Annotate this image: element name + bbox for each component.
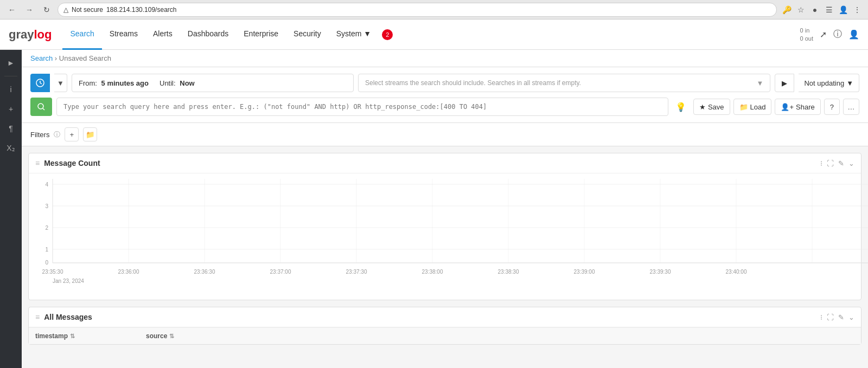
header-right: 0 in 0 out ➚ ⓘ 👤 <box>800 27 859 42</box>
forward-button[interactable]: → <box>23 3 36 16</box>
messages-fullscreen-icon[interactable]: ⛶ <box>827 313 834 321</box>
address-bar[interactable]: △ Not secure 188.214.130.109/search <box>58 3 777 17</box>
svg-text:23:36:00: 23:36:00 <box>118 269 139 275</box>
streams-select[interactable]: Select streams the search should include… <box>358 74 770 92</box>
collapse-chart-icon[interactable]: ⌄ <box>848 159 854 167</box>
sidebar-subscript-button[interactable]: X₂ <box>2 139 20 157</box>
svg-text:4: 4 <box>45 182 48 188</box>
extension-icon[interactable]: ● <box>809 4 820 15</box>
tab-icon[interactable]: ☰ <box>824 4 834 15</box>
menu-icon[interactable]: ⋮ <box>852 4 863 15</box>
main-nav: Search Streams Alerts Dashboards Enterpr… <box>62 20 800 50</box>
search-toolbar: ▼ From: 5 minutes ago Until: Now Select … <box>22 67 868 123</box>
breadcrumb-search-link[interactable]: Search <box>30 54 53 62</box>
breadcrumb: Search › Unsaved Search <box>22 50 868 67</box>
browser-chrome: ← → ↻ △ Not secure 188.214.130.109/searc… <box>0 0 868 20</box>
url-text: 188.214.130.109/search <box>106 6 176 14</box>
timestamp-column-header: timestamp ⇅ <box>35 332 144 340</box>
load-button[interactable]: 📁 Load <box>733 99 772 115</box>
section-header-icons: ⁝ ⛶ ✎ ⌄ <box>820 159 854 167</box>
nav-search[interactable]: Search <box>62 20 101 50</box>
security-warning-icon: △ <box>63 6 68 14</box>
logo-gray-text: gray <box>9 28 34 41</box>
svg-point-3 <box>38 104 43 109</box>
source-label: source <box>146 332 167 340</box>
nav-streams[interactable]: Streams <box>102 20 145 50</box>
user-button[interactable]: 👤 <box>848 29 859 40</box>
help-context-button[interactable]: ? <box>824 99 840 115</box>
profile-icon[interactable]: 👤 <box>838 4 848 15</box>
save-button[interactable]: ★ Save <box>693 99 730 115</box>
timestamp-sort-icon[interactable]: ⇅ <box>70 333 75 340</box>
filters-row: Filters ⓘ + 📁 <box>22 123 868 146</box>
drag-handle-icon[interactable]: ≡ <box>35 159 40 167</box>
svg-text:23:37:30: 23:37:30 <box>346 269 367 275</box>
external-link-button[interactable]: ➚ <box>820 29 827 40</box>
expand-corners-icon[interactable]: ⁝ <box>820 159 822 167</box>
search-execute-button[interactable] <box>30 98 52 116</box>
sidebar-paragraph-button[interactable]: ¶ <box>2 120 20 137</box>
star-icon[interactable]: ☆ <box>795 4 806 15</box>
more-options-button[interactable]: … <box>843 99 859 115</box>
time-range-dropdown-button[interactable]: ▼ <box>54 74 67 92</box>
svg-text:23:37:00: 23:37:00 <box>270 269 291 275</box>
nav-system[interactable]: System ▼ <box>329 20 379 50</box>
reload-button[interactable]: ↻ <box>40 3 53 16</box>
updating-dropdown[interactable]: Not updating ▼ <box>799 74 859 92</box>
nav-security[interactable]: Security <box>286 20 329 50</box>
action-buttons: ★ Save 📁 Load 👤+ Share ? … <box>693 99 859 115</box>
ai-assist-button[interactable]: 💡 <box>673 99 689 115</box>
messages-drag-handle[interactable]: ≡ <box>35 313 40 321</box>
svg-text:23:40:00: 23:40:00 <box>726 269 747 275</box>
svg-text:23:39:00: 23:39:00 <box>574 269 595 275</box>
messages-expand-corners-icon[interactable]: ⁝ <box>820 313 822 321</box>
traffic-out: 0 out <box>800 35 813 42</box>
svg-text:23:38:30: 23:38:30 <box>498 269 519 275</box>
sidebar-plus-button[interactable]: + <box>2 100 20 118</box>
search-input[interactable] <box>56 98 668 116</box>
back-button[interactable]: ← <box>5 3 18 16</box>
sidebar-expand-button[interactable]: ► <box>2 54 20 72</box>
logo[interactable]: graylog <box>9 28 52 42</box>
breadcrumb-current: Unsaved Search <box>59 54 111 62</box>
nav-enterprise[interactable]: Enterprise <box>236 20 286 50</box>
source-sort-icon[interactable]: ⇅ <box>169 333 174 340</box>
streams-dropdown-icon: ▼ <box>757 79 764 87</box>
svg-line-4 <box>43 108 44 110</box>
notification-badge[interactable]: 2 <box>382 29 393 40</box>
main-layout: ► i + ¶ X₂ Search › Unsaved Search <box>0 50 868 368</box>
nav-alerts[interactable]: Alerts <box>145 20 180 50</box>
messages-collapse-icon[interactable]: ⌄ <box>848 313 854 321</box>
add-filter-button[interactable]: + <box>65 127 79 141</box>
help-button[interactable]: ⓘ <box>833 29 842 40</box>
edit-chart-icon[interactable]: ✎ <box>838 159 844 167</box>
logo-red-text: log <box>34 28 52 41</box>
filters-help-icon[interactable]: ⓘ <box>54 130 60 139</box>
traffic-in: 0 in <box>800 27 813 34</box>
all-messages-section: ≡ All Messages ⁝ ⛶ ✎ ⌄ timestamp ⇅ sourc… <box>28 307 861 345</box>
message-count-chart: 4 3 2 1 0 <box>37 179 852 266</box>
svg-text:23:39:30: 23:39:30 <box>650 269 671 275</box>
filter-folder-button[interactable]: 📁 <box>83 127 97 141</box>
fullscreen-icon[interactable]: ⛶ <box>827 159 834 167</box>
svg-text:23:38:00: 23:38:00 <box>422 269 443 275</box>
all-messages-header: ≡ All Messages ⁝ ⛶ ✎ ⌄ <box>29 307 861 327</box>
breadcrumb-separator: › <box>55 54 57 62</box>
sidebar: ► i + ¶ X₂ <box>0 50 22 368</box>
share-button[interactable]: 👤+ Share <box>775 99 820 115</box>
nav-dashboards[interactable]: Dashboards <box>180 20 237 50</box>
key-icon[interactable]: 🔑 <box>781 4 792 15</box>
sidebar-info-button[interactable]: i <box>2 81 20 98</box>
svg-text:3: 3 <box>45 203 48 209</box>
play-button[interactable]: ▶ <box>775 74 794 92</box>
traffic-indicator: 0 in 0 out <box>800 27 813 42</box>
source-column-header: source ⇅ <box>146 332 854 340</box>
clock-icon <box>36 79 44 87</box>
time-range-clock-button[interactable] <box>30 74 50 92</box>
messages-edit-icon[interactable]: ✎ <box>838 313 844 321</box>
svg-text:0: 0 <box>45 260 48 266</box>
filters-label: Filters <box>30 131 49 139</box>
star-save-icon: ★ <box>699 103 706 111</box>
chart-container: 4 3 2 1 0 <box>29 173 861 300</box>
svg-text:23:35:30: 23:35:30 <box>42 269 63 275</box>
